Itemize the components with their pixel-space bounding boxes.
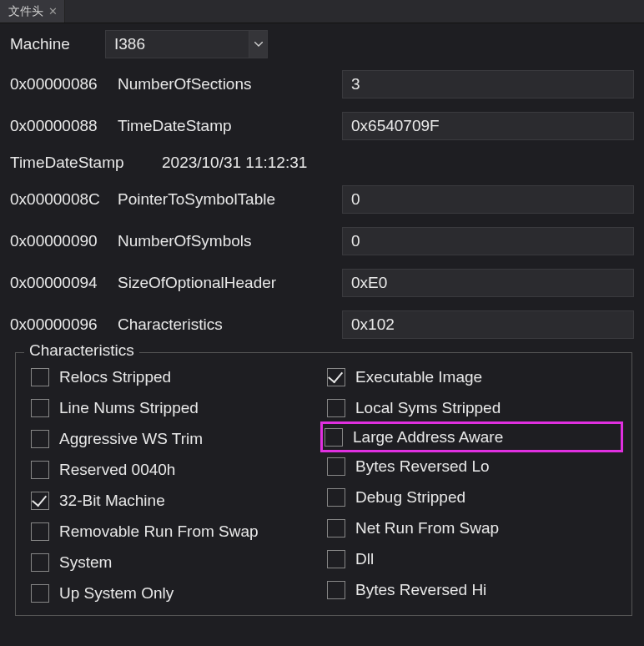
field-value-input[interactable]: 0 [342, 227, 634, 255]
checkbox-label: Removable Run From Swap [59, 522, 259, 541]
characteristic-bytes-reversed-lo[interactable]: Bytes Reversed Lo [324, 451, 620, 482]
checkbox-label: Bytes Reversed Hi [355, 581, 486, 599]
field-address: 0x00000094 [10, 274, 106, 292]
field-value-input[interactable]: 0x6540709F [342, 112, 634, 140]
machine-label: Machine [10, 35, 93, 53]
tds-readable-value: 2023/10/31 11:12:31 [162, 154, 307, 172]
characteristics-fieldset: Characteristics Relocs StrippedLine Nums… [15, 352, 632, 616]
checkbox-label: Aggressive WS Trim [59, 430, 203, 448]
field-row2-2: 0x00000094SizeOfOptionalHeader0xE0 [10, 269, 634, 297]
content: Machine I386 0x00000086NumberOfSections3… [0, 23, 644, 616]
field-label: TimeDateStamp [118, 117, 330, 135]
checkbox-label: Debug Stripped [355, 488, 465, 507]
checkbox-label: Relocs Stripped [59, 368, 171, 386]
checkbox-label: Local Syms Stripped [355, 399, 501, 417]
field-address: 0x00000086 [10, 75, 106, 93]
field-address: 0x00000096 [10, 315, 106, 334]
checkbox-label: Line Nums Stripped [59, 399, 199, 417]
field-value-input[interactable]: 0xE0 [342, 269, 634, 297]
characteristic-system[interactable]: System [28, 547, 324, 578]
checkbox-label: Dll [355, 550, 374, 568]
tab-file-header[interactable]: 文件头 ✕ [0, 0, 65, 23]
field-label: Characteristics [118, 315, 330, 334]
tab-bar: 文件头 ✕ [0, 0, 644, 23]
checkbox-label: Large Address Aware [353, 428, 503, 447]
checkbox[interactable] [31, 492, 49, 510]
field-address: 0x0000008C [10, 190, 106, 209]
machine-dropdown[interactable]: I386 [105, 30, 268, 58]
field-row-1: 0x00000088TimeDateStamp0x6540709F [10, 112, 634, 140]
field-row-0: 0x00000086NumberOfSections3 [10, 70, 634, 98]
characteristic-removable-run-from-swap[interactable]: Removable Run From Swap [28, 516, 324, 547]
characteristic-bytes-reversed-hi[interactable]: Bytes Reversed Hi [324, 574, 620, 605]
field-address: 0x00000088 [10, 117, 106, 135]
field-value-input[interactable]: 3 [342, 70, 634, 98]
characteristics-legend: Characteristics [24, 341, 139, 360]
characteristic-line-nums-stripped[interactable]: Line Nums Stripped [28, 392, 324, 423]
checkbox-label: Reserved 0040h [59, 461, 175, 479]
field-value-input[interactable]: 0x102 [342, 310, 634, 339]
field-value-input[interactable]: 0 [342, 185, 634, 214]
checkbox[interactable] [327, 581, 345, 599]
checkbox[interactable] [327, 457, 345, 476]
tds-readable-label: TimeDateStamp [10, 154, 150, 172]
chevron-down-icon[interactable] [249, 31, 267, 58]
field-label: NumberOfSymbols [118, 232, 330, 250]
row-timedatestamp-readable: TimeDateStamp 2023/10/31 11:12:31 [10, 154, 634, 172]
characteristic-relocs-stripped[interactable]: Relocs Stripped [28, 361, 324, 392]
checkbox[interactable] [327, 399, 345, 417]
characteristic-32-bit-machine[interactable]: 32-Bit Machine [28, 485, 324, 516]
characteristic-net-run-from-swap[interactable]: Net Run From Swap [324, 512, 620, 543]
checkbox[interactable] [325, 428, 343, 447]
field-label: SizeOfOptionalHeader [118, 274, 330, 292]
checkbox-label: Executable Image [355, 368, 482, 386]
characteristic-debug-stripped[interactable]: Debug Stripped [324, 482, 620, 512]
field-row2-3: 0x00000096Characteristics0x102 [10, 310, 634, 339]
checkbox[interactable] [31, 584, 49, 603]
checkbox-label: Bytes Reversed Lo [355, 457, 490, 476]
checkbox[interactable] [31, 368, 49, 386]
characteristic-local-syms-stripped[interactable]: Local Syms Stripped [324, 392, 620, 423]
characteristic-reserved-0040h[interactable]: Reserved 0040h [28, 454, 324, 485]
checkbox[interactable] [327, 368, 345, 386]
characteristic-large-address-aware[interactable]: Large Address Aware [320, 421, 623, 452]
checkbox[interactable] [327, 550, 345, 568]
checkbox[interactable] [31, 430, 49, 448]
checkbox[interactable] [31, 553, 49, 572]
checkbox[interactable] [327, 488, 345, 507]
field-row2-0: 0x0000008CPointerToSymbolTable0 [10, 185, 634, 214]
checkbox-label: Up System Only [59, 584, 174, 603]
field-row2-1: 0x00000090NumberOfSymbols0 [10, 227, 634, 255]
checkbox[interactable] [327, 519, 345, 537]
field-address: 0x00000090 [10, 232, 106, 250]
characteristic-dll[interactable]: Dll [324, 543, 620, 574]
field-label: PointerToSymbolTable [118, 190, 330, 209]
checkbox[interactable] [31, 399, 49, 417]
characteristic-aggressive-ws-trim[interactable]: Aggressive WS Trim [28, 423, 324, 454]
close-icon[interactable]: ✕ [48, 5, 58, 18]
checkbox[interactable] [31, 522, 49, 541]
checkbox-label: 32-Bit Machine [59, 492, 165, 510]
row-machine: Machine I386 [10, 30, 634, 58]
field-label: NumberOfSections [118, 75, 330, 93]
characteristic-up-system-only[interactable]: Up System Only [28, 578, 324, 608]
checkbox-label: System [59, 553, 112, 572]
machine-value: I386 [114, 35, 145, 53]
checkbox[interactable] [31, 461, 49, 479]
characteristic-executable-image[interactable]: Executable Image [324, 361, 620, 392]
checkbox-label: Net Run From Swap [355, 519, 499, 537]
tab-title: 文件头 [8, 4, 43, 19]
